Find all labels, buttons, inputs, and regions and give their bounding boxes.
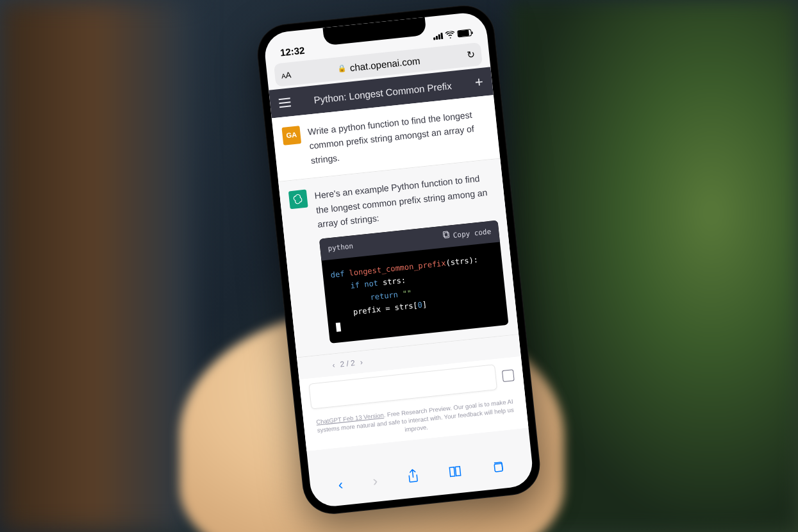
regenerate-button[interactable] (501, 369, 514, 382)
iphone-device: 12:32 AA 🔒 chat.openai.com ↻ Python: Lon… (254, 3, 542, 517)
assistant-avatar (288, 190, 308, 210)
cursor (335, 322, 340, 332)
phone-screen: 12:32 AA 🔒 chat.openai.com ↻ Python: Lon… (263, 11, 535, 508)
code-content: def longest_common_prefix(strs): if not … (321, 242, 508, 344)
tabs-button[interactable] (491, 460, 506, 477)
share-button[interactable] (406, 468, 420, 486)
clipboard-icon (442, 231, 451, 243)
wifi-icon (444, 29, 455, 40)
text-size-button[interactable]: AA (280, 69, 291, 81)
assistant-message: Here's an example Python function to fin… (278, 159, 519, 358)
code-block: python Copy code def longest_common_pref… (319, 220, 508, 344)
copy-code-button[interactable]: Copy code (442, 226, 492, 242)
chat-body: GA Write a python function to find the l… (271, 95, 528, 451)
bookmarks-button[interactable] (448, 465, 462, 481)
refresh-button[interactable]: ↻ (466, 49, 476, 61)
forward-button[interactable]: › (372, 472, 378, 490)
back-button[interactable]: ‹ (337, 476, 344, 494)
safari-toolbar: ‹ › (309, 451, 534, 502)
svg-rect-2 (494, 463, 503, 471)
status-time: 12:32 (279, 45, 305, 58)
signal-icon (433, 32, 443, 40)
pagination-prev[interactable]: ‹ (331, 360, 335, 369)
new-chat-button[interactable]: + (474, 74, 484, 91)
background-wood (0, 0, 192, 532)
url-text: chat.openai.com (349, 54, 420, 72)
user-avatar: GA (281, 126, 301, 145)
copy-code-label: Copy code (453, 226, 492, 242)
user-message-text: Write a python function to find the long… (307, 106, 490, 168)
status-indicators (432, 27, 471, 42)
svg-rect-1 (443, 231, 448, 237)
battery-icon (457, 29, 472, 37)
assistant-message-text: Here's an example Python function to fin… (313, 170, 496, 231)
pagination-next[interactable]: › (359, 358, 362, 367)
pagination-label: 2 / 2 (339, 358, 355, 369)
code-language: python (327, 241, 353, 255)
menu-button[interactable] (278, 97, 290, 108)
lock-icon: 🔒 (337, 63, 347, 72)
url-display[interactable]: 🔒 chat.openai.com (337, 54, 420, 74)
